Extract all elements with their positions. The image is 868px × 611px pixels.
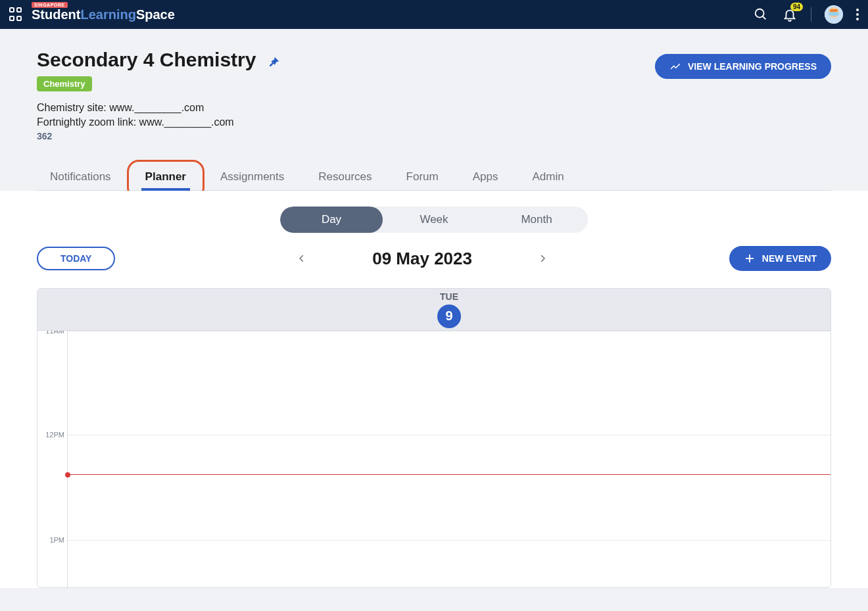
page-title: Secondary 4 Chemistry (37, 49, 256, 71)
date-label: 09 May 2023 (372, 249, 472, 269)
desc-line-2: Fortnightly zoom link: www.________.com (37, 116, 831, 128)
hour-line (68, 435, 831, 435)
progress-btn-label: VIEW LEARNING PROGRESS (688, 61, 817, 72)
search-icon[interactable] (753, 7, 769, 22)
today-button[interactable]: TODAY (37, 247, 115, 270)
events-column[interactable] (68, 331, 831, 587)
hour-line (68, 331, 831, 331)
seg-day[interactable]: Day (280, 207, 383, 233)
svg-line-1 (763, 16, 766, 20)
calendar-grid: TUE 9 11AM 12PM 1PM (37, 288, 831, 588)
notifications-badge: 94 (790, 3, 803, 11)
brand-word-2: Learning (80, 7, 135, 22)
chevron-left-icon[interactable] (297, 252, 306, 265)
day-number: 9 (437, 305, 461, 328)
tab-resources[interactable]: Resources (314, 164, 375, 190)
time-column: 11AM 12PM 1PM (37, 331, 68, 587)
plus-icon (744, 253, 756, 264)
new-event-button[interactable]: NEW EVENT (729, 246, 831, 271)
notifications-icon[interactable]: 94 (782, 7, 798, 22)
calendar-area: Day Week Month TODAY 09 May 2023 NEW EVE… (0, 191, 868, 588)
brand[interactable]: SINGAPORE StudentLearningSpace (32, 7, 175, 22)
tab-notifications[interactable]: Notifications (46, 164, 115, 190)
tab-apps[interactable]: Apps (469, 164, 502, 190)
time-label-12pm: 12PM (45, 431, 64, 439)
now-indicator-dot (65, 472, 70, 477)
tab-forum[interactable]: Forum (402, 164, 443, 190)
brand-word-1: Student (32, 7, 80, 22)
date-nav: 09 May 2023 (297, 249, 547, 269)
apps-grid-icon[interactable] (9, 7, 24, 22)
desc-line-1: Chemistry site: www.________.com (37, 102, 831, 114)
chevron-right-icon[interactable] (538, 252, 547, 265)
time-label-11am: 11AM (45, 331, 64, 335)
calendar-day-header: TUE 9 (37, 289, 831, 331)
tab-admin[interactable]: Admin (528, 164, 567, 190)
count-label: 362 (37, 131, 831, 141)
brand-word-3: Space (136, 7, 175, 22)
avatar[interactable] (825, 5, 843, 24)
tab-assignments[interactable]: Assignments (216, 164, 288, 190)
time-label-1pm: 1PM (49, 536, 64, 544)
view-segmented-control: Day Week Month (280, 207, 588, 233)
tab-planner[interactable]: Planner (141, 164, 190, 190)
hour-line (68, 540, 831, 541)
chart-line-icon (669, 61, 681, 72)
svg-rect-4 (829, 12, 839, 16)
new-event-label: NEW EVENT (762, 253, 817, 264)
view-learning-progress-button[interactable]: VIEW LEARNING PROGRESS (655, 54, 831, 79)
top-bar: SINGAPORE StudentLearningSpace 94 (0, 0, 868, 29)
brand-tag: SINGAPORE (32, 2, 68, 8)
svg-rect-5 (830, 9, 838, 12)
day-of-week: TUE (440, 291, 458, 302)
pin-icon[interactable] (266, 55, 281, 70)
seg-month[interactable]: Month (485, 207, 588, 233)
now-indicator-line (68, 474, 831, 475)
page-header: VIEW LEARNING PROGRESS Secondary 4 Chemi… (0, 29, 868, 191)
divider (811, 7, 811, 22)
kebab-menu-icon[interactable] (856, 9, 859, 20)
svg-point-0 (756, 9, 764, 18)
subject-chip: Chemistry (37, 76, 92, 91)
seg-week[interactable]: Week (383, 207, 485, 233)
tab-bar: Notifications Planner Assignments Resour… (37, 164, 831, 191)
